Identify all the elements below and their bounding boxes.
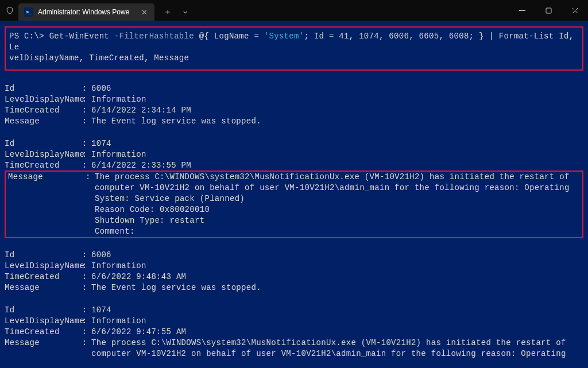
value-level: Information [91, 94, 583, 105]
label-time: TimeCreated [5, 105, 82, 116]
message-highlight-box: Message:The process C:\WINDOWS\system32\… [5, 171, 583, 238]
command-highlight-box: PS C:\> Get-WinEvent -FilterHashtable @{… [5, 26, 583, 71]
command-line-1: PS C:\> Get-WinEvent -FilterHashtable @{… [9, 31, 579, 53]
close-button[interactable] [562, 0, 588, 21]
label-level: LevelDisplayName [5, 94, 82, 105]
value-message: The Event log service was stopped. [91, 116, 583, 127]
command-line-2: velDisplayName, TimeCreated, Message [9, 53, 579, 64]
tab-dropdown-button[interactable] [176, 3, 194, 21]
powershell-icon: >_ [24, 7, 33, 17]
tab-actions: ＋ [159, 3, 194, 21]
value-time: 6/14/2022 2:34:14 PM [91, 105, 583, 116]
event-entry-1: Id:6006 LevelDisplayName:Information Tim… [5, 83, 583, 127]
svg-rect-1 [546, 8, 551, 13]
event-entry-4: Id:1074 LevelDisplayName:Information Tim… [5, 305, 583, 359]
label-message: Message [5, 116, 82, 127]
minimize-button[interactable] [509, 0, 535, 21]
terminal-output[interactable]: PS C:\> Get-WinEvent -FilterHashtable @{… [0, 21, 588, 368]
titlebar: >_ Administrator: Windows Powe ✕ ＋ [0, 0, 588, 21]
tab-title: Administrator: Windows Powe [38, 8, 129, 16]
window-controls [509, 0, 588, 21]
label-id: Id [5, 83, 82, 94]
tab-close-button[interactable]: ✕ [140, 8, 149, 17]
event-entry-3: Id:6006 LevelDisplayName:Information Tim… [5, 250, 583, 293]
new-tab-button[interactable]: ＋ [159, 3, 176, 21]
shield-icon [6, 6, 14, 15]
event-entry-2: Id:1074 LevelDisplayName:Information Tim… [5, 138, 583, 238]
svg-rect-0 [519, 10, 525, 11]
maximize-button[interactable] [535, 0, 562, 21]
terminal-tab[interactable]: >_ Administrator: Windows Powe ✕ [18, 3, 154, 21]
value-id: 6006 [91, 83, 583, 94]
